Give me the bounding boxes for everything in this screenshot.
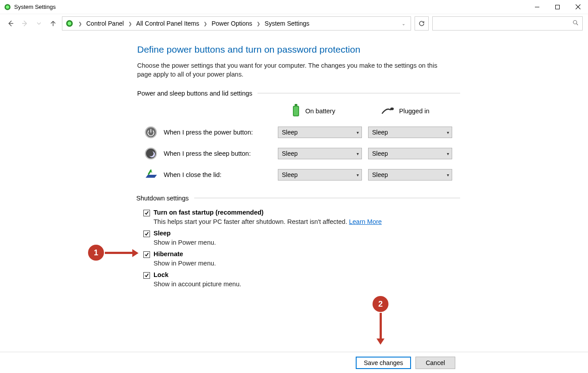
chevron-down-icon: ▾ — [447, 130, 449, 135]
row-sleep-button: When I press the sleep button: — [143, 146, 272, 161]
back-button[interactable] — [5, 18, 16, 29]
chevron-down-icon: ▾ — [447, 151, 449, 156]
maximize-button[interactable] — [547, 0, 568, 14]
power-button-icon — [143, 125, 158, 140]
toolbar: ❯ Control Panel ❯ All Control Panel Item… — [0, 14, 588, 33]
svg-rect-3 — [556, 5, 560, 9]
svg-point-1 — [6, 5, 9, 9]
dropdown-sleep-plugged[interactable]: Sleep ▾ — [368, 148, 452, 159]
breadcrumb-item[interactable]: Power Options — [209, 20, 255, 27]
sleep-button-icon — [143, 146, 158, 161]
breadcrumb-item[interactable]: All Control Panel Items — [134, 20, 202, 27]
dropdown-lid-battery[interactable]: Sleep ▾ — [278, 169, 362, 181]
checkbox-sleep[interactable] — [143, 231, 150, 237]
checkbox-hibernate[interactable] — [143, 251, 150, 258]
svg-point-13 — [390, 108, 394, 110]
breadcrumb-icon — [65, 19, 74, 28]
chevron-down-icon: ▾ — [357, 130, 359, 135]
dropdown-power-battery[interactable]: Sleep ▾ — [278, 127, 362, 138]
page-description: Choose the power settings that you want … — [137, 61, 447, 79]
section-header-power: Power and sleep buttons and lid settings — [137, 90, 460, 97]
search-icon[interactable] — [573, 20, 579, 27]
annotation-arrowhead-1 — [132, 249, 138, 257]
breadcrumb[interactable]: ❯ Control Panel ❯ All Control Panel Item… — [62, 16, 411, 31]
app-icon — [4, 3, 12, 11]
power-grid: On battery Plugged in When I press the p… — [143, 104, 460, 182]
breadcrumb-item[interactable]: System Settings — [262, 20, 312, 27]
minimize-button[interactable] — [527, 0, 547, 14]
annotation-arrow-2 — [380, 313, 382, 338]
svg-rect-10 — [295, 104, 297, 106]
dropdown-power-plugged[interactable]: Sleep ▾ — [368, 127, 452, 138]
checkbox-lock[interactable] — [143, 272, 150, 279]
battery-icon — [291, 104, 301, 119]
search-input[interactable] — [433, 17, 582, 30]
annotation-arrow-1 — [105, 252, 132, 254]
dropdown-sleep-battery[interactable]: Sleep ▾ — [278, 148, 362, 159]
annotation-arrowhead-2 — [377, 338, 384, 345]
option-fast-startup: Turn on fast startup (recommended) This … — [143, 209, 460, 225]
breadcrumb-item[interactable]: Control Panel — [84, 20, 127, 27]
chevron-right-icon[interactable]: ❯ — [77, 21, 83, 26]
option-desc: Show in account picture menu. — [154, 281, 460, 288]
row-close-lid: When I close the lid: — [143, 167, 272, 182]
section-header-shutdown: Shutdown settings — [136, 195, 460, 202]
recent-dropdown-icon[interactable] — [34, 18, 44, 29]
cancel-button[interactable]: Cancel — [415, 357, 455, 369]
svg-marker-18 — [146, 175, 157, 178]
content: Define power buttons and turn on passwor… — [0, 44, 460, 292]
chevron-down-icon: ▾ — [357, 172, 359, 177]
svg-point-7 — [68, 22, 71, 25]
annotation-badge-1: 1 — [88, 245, 104, 261]
save-button[interactable]: Save changes — [356, 357, 411, 369]
svg-point-8 — [573, 20, 577, 24]
svg-line-9 — [576, 23, 578, 25]
option-hibernate: Hibernate Show in Power menu. — [143, 250, 460, 267]
chevron-right-icon[interactable]: ❯ — [203, 21, 208, 26]
column-battery: On battery — [278, 104, 362, 119]
chevron-down-icon: ▾ — [357, 151, 359, 156]
option-desc: Show in Power menu. — [154, 239, 460, 246]
option-sleep: Sleep Show in Power menu. — [143, 230, 460, 246]
refresh-button[interactable] — [415, 16, 429, 31]
learn-more-link[interactable]: Learn More — [349, 218, 382, 225]
page-title: Define power buttons and turn on passwor… — [137, 44, 460, 55]
window-title: System Settings — [14, 4, 56, 10]
annotation-badge-2: 2 — [373, 296, 388, 312]
chevron-down-icon: ▾ — [447, 172, 449, 177]
close-button[interactable] — [568, 0, 588, 14]
chevron-right-icon[interactable]: ❯ — [256, 21, 261, 26]
search-box[interactable] — [432, 16, 583, 31]
option-desc: This helps start your PC faster after sh… — [154, 218, 460, 225]
plug-icon — [381, 107, 395, 116]
row-power-button: When I press the power button: — [143, 125, 272, 140]
dropdown-lid-plugged[interactable]: Sleep ▾ — [368, 169, 452, 181]
svg-rect-12 — [294, 107, 298, 115]
option-desc: Show in Power menu. — [154, 260, 460, 267]
column-plugged: Plugged in — [368, 107, 452, 116]
up-button[interactable] — [48, 18, 58, 29]
shutdown-settings: Turn on fast startup (recommended) This … — [143, 209, 460, 288]
lid-icon — [143, 167, 158, 182]
titlebar: System Settings — [0, 0, 588, 14]
chevron-down-icon[interactable]: ⌄ — [402, 21, 408, 26]
checkbox-fast-startup[interactable] — [143, 210, 150, 216]
bottom-bar: Save changes Cancel — [0, 352, 588, 373]
chevron-right-icon[interactable]: ❯ — [127, 21, 133, 26]
forward-button[interactable] — [19, 18, 30, 29]
option-lock: Lock Show in account picture menu. — [143, 271, 460, 288]
